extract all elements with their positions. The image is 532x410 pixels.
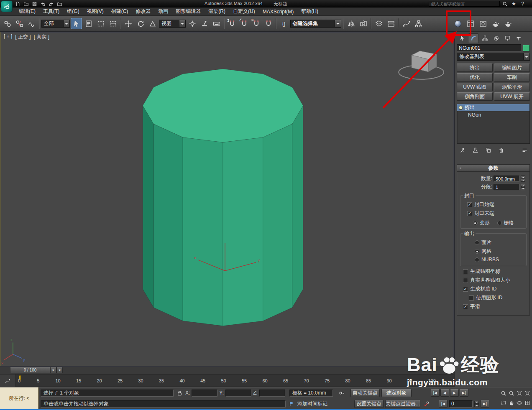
redo-button[interactable]: [48, 1, 55, 7]
extrude-button[interactable]: 挤出: [457, 64, 493, 72]
keyboard-shortcut-override-button[interactable]: [211, 18, 222, 29]
tab-hierarchy[interactable]: [479, 33, 490, 43]
tab-utilities[interactable]: [513, 33, 524, 43]
go-to-start-button[interactable]: |◀: [431, 389, 440, 397]
open-file-button[interactable]: [23, 1, 30, 7]
add-time-tag-button[interactable]: [287, 400, 296, 408]
rollout-collapse-icon[interactable]: -: [460, 165, 461, 171]
search-button[interactable]: [501, 1, 509, 7]
snap-toggle-3d-button[interactable]: 3: [226, 18, 238, 29]
menu-modifiers[interactable]: 修改器: [132, 7, 154, 16]
y-coordinate-field[interactable]: [225, 390, 251, 397]
previous-frame-button[interactable]: ◀: [440, 389, 449, 397]
grid-radio[interactable]: [497, 221, 502, 225]
select-and-move-button[interactable]: [123, 18, 134, 29]
menu-customize[interactable]: 自定义(U): [229, 7, 259, 16]
new-scene-button[interactable]: [14, 1, 21, 7]
modifier-enabled-bulb-icon[interactable]: [459, 106, 463, 110]
pan-button[interactable]: [508, 398, 515, 407]
add-time-tag-label[interactable]: 添加时间标记: [297, 400, 327, 407]
select-and-rotate-button[interactable]: [135, 18, 146, 29]
use-pivot-center-button[interactable]: [187, 18, 198, 29]
unwrap-uvw-button[interactable]: UVW 展开: [494, 92, 530, 101]
selection-region-button[interactable]: [95, 18, 106, 29]
play-button[interactable]: ▶: [450, 389, 459, 397]
viewport-menu-plus[interactable]: [ + ]: [4, 33, 12, 41]
window-crossing-button[interactable]: [107, 18, 118, 29]
gen-matid-checkbox[interactable]: ✓: [463, 287, 468, 292]
bind-to-space-warp-button[interactable]: [26, 18, 37, 29]
real-world-checkbox[interactable]: [463, 278, 468, 283]
zoom-extents-button[interactable]: [516, 389, 523, 398]
edit-named-selection-sets-button[interactable]: {}: [278, 18, 289, 29]
next-key-button[interactable]: ▶|: [481, 400, 489, 407]
key-filter-check-button[interactable]: [422, 400, 430, 408]
rendered-frame-window-button[interactable]: [477, 18, 489, 29]
zoom-region-button[interactable]: [500, 398, 507, 407]
tab-motion[interactable]: [491, 33, 501, 43]
viewport[interactable]: [ + ] [ 正交 ] [ 真实 ]: [0, 32, 454, 366]
reference-coordinate-dropdown[interactable]: 视图: [159, 20, 186, 28]
modifier-stack[interactable]: 挤出 NGon: [457, 104, 530, 144]
undo-button[interactable]: [39, 1, 46, 7]
z-coordinate-field[interactable]: [259, 390, 285, 397]
render-iterative-button[interactable]: [502, 18, 514, 29]
object-color-swatch[interactable]: [523, 45, 530, 51]
menu-rendering[interactable]: 渲染(R): [205, 7, 229, 16]
selection-lock-button[interactable]: [175, 389, 184, 397]
spinner-up-icon[interactable]: [521, 176, 525, 178]
auto-key-button[interactable]: 自动关键点: [350, 389, 380, 397]
menu-help[interactable]: 帮助(H): [297, 7, 322, 16]
unlink-selection-button[interactable]: [14, 18, 25, 29]
search-input[interactable]: [429, 1, 500, 7]
mini-curve-editor-button[interactable]: [0, 374, 16, 387]
mirror-button[interactable]: [345, 18, 357, 29]
bevel-profile-button[interactable]: 倒角剖面: [457, 92, 493, 101]
schematic-view-button[interactable]: [413, 18, 424, 29]
zoom-extents-all-button[interactable]: [524, 389, 531, 398]
tab-modify[interactable]: [468, 33, 479, 43]
help-button[interactable]: ?: [519, 1, 526, 7]
menu-tools[interactable]: 工具(T): [39, 7, 63, 16]
morph-radio[interactable]: [473, 221, 478, 225]
go-to-end-button[interactable]: ▶|: [460, 389, 468, 397]
save-file-button[interactable]: [31, 1, 38, 7]
align-button[interactable]: [358, 18, 369, 29]
viewcube[interactable]: [399, 51, 444, 79]
menu-animation[interactable]: 动画: [154, 7, 172, 16]
graphite-ribbon-button[interactable]: [385, 18, 396, 29]
segments-spinner[interactable]: [521, 184, 525, 190]
previous-key-button[interactable]: |◀: [439, 400, 448, 407]
percent-snap-button[interactable]: %: [251, 18, 262, 29]
segments-field[interactable]: [494, 184, 519, 190]
cap-start-checkbox[interactable]: ✓: [467, 202, 472, 207]
3dsmax-logo[interactable]: [1, 0, 13, 12]
tab-display[interactable]: [502, 33, 513, 43]
favorites-button[interactable]: ★: [510, 1, 517, 7]
turbosmooth-button[interactable]: 涡轮平滑: [494, 83, 530, 91]
parameters-rollout-header[interactable]: - 参数: [457, 165, 529, 172]
spinner-down-icon[interactable]: [521, 179, 525, 182]
amount-field[interactable]: [494, 176, 519, 182]
optimize-button[interactable]: 优化: [457, 73, 493, 81]
x-coordinate-field[interactable]: [192, 390, 217, 397]
set-keys-button[interactable]: [338, 389, 346, 397]
menu-graph-editors[interactable]: 图形编辑器: [172, 7, 205, 16]
show-end-result-button[interactable]: [471, 146, 479, 154]
zoom-all-button[interactable]: [508, 389, 515, 398]
spinner-up-icon[interactable]: [474, 401, 479, 404]
nurbs-radio[interactable]: [475, 257, 479, 262]
named-selection-set-dropdown[interactable]: 创建选择集: [290, 20, 341, 28]
object-name-field[interactable]: [457, 44, 521, 51]
remove-modifier-button[interactable]: [497, 146, 505, 154]
edit-patch-button[interactable]: 编辑面片: [494, 64, 530, 72]
viewport-menu-view[interactable]: [ 正交 ]: [15, 33, 31, 41]
menu-group[interactable]: 组(G): [63, 7, 83, 16]
spinner-down-icon[interactable]: [521, 187, 525, 190]
make-unique-button[interactable]: [484, 146, 492, 154]
mesh-radio[interactable]: [475, 249, 479, 254]
patch-radio[interactable]: [475, 240, 479, 245]
spinner-down-icon[interactable]: [474, 404, 479, 407]
frame-spinner[interactable]: [474, 401, 479, 407]
modifier-list-dropdown[interactable]: 修改器列表: [457, 53, 530, 61]
